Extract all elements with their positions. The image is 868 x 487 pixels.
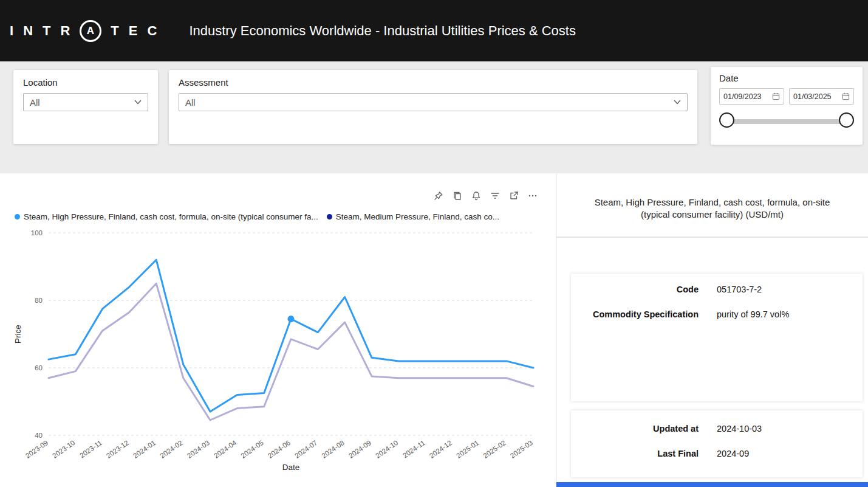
logo-letter: C — [148, 23, 158, 39]
commodity-info-card: Code 051703-7-2 Commodity Specification … — [571, 274, 863, 401]
legend-label: Steam, Medium Pressure, Finland, cash co… — [336, 212, 499, 221]
price-line-chart[interactable]: 4060801002023-092023-102023-112023-12202… — [0, 227, 542, 483]
slider-handle-end[interactable] — [839, 112, 854, 128]
slider-track[interactable] — [726, 119, 847, 124]
details-title: Steam, High Pressure, Finland, cash cost… — [556, 173, 868, 221]
svg-text:2024-08: 2024-08 — [320, 439, 345, 460]
intratec-logo: I N T R A T E C — [10, 20, 157, 42]
logo-letter: R — [60, 23, 70, 39]
last-final-value: 2024-09 — [717, 449, 863, 458]
filter-icon[interactable] — [490, 190, 501, 201]
updated-at-value: 2024-10-03 — [717, 424, 863, 433]
legend-dot — [15, 214, 20, 219]
svg-text:2024-10: 2024-10 — [374, 439, 399, 460]
svg-text:2024-02: 2024-02 — [159, 439, 183, 460]
legend-dot — [327, 214, 332, 219]
specification-value: purity of 99.7 vol% — [717, 309, 863, 319]
date-start-value: 01/09/2023 — [723, 92, 762, 101]
svg-text:2024-06: 2024-06 — [267, 439, 292, 460]
update-row-last-final: Last Final 2024-09 — [571, 449, 863, 458]
assessment-filter-label: Assessment — [169, 70, 697, 93]
svg-text:2025-03: 2025-03 — [509, 439, 534, 460]
legend-label: Steam, High Pressure, Finland, cash cost… — [24, 212, 318, 221]
svg-text:2023-11: 2023-11 — [78, 439, 103, 460]
calendar-icon — [772, 92, 780, 100]
chevron-down-icon — [674, 100, 681, 105]
details-panel: Steam, High Pressure, Finland, cash cost… — [556, 173, 868, 487]
logo-ring: A — [80, 20, 101, 42]
svg-text:2024-07: 2024-07 — [293, 439, 318, 460]
logo-letter: A — [87, 25, 95, 37]
svg-text:2025-01: 2025-01 — [455, 439, 480, 460]
logo-letter: T — [43, 23, 51, 39]
svg-text:Price: Price — [13, 325, 22, 344]
updated-at-label: Updated at — [571, 424, 699, 433]
details-divider — [556, 237, 868, 238]
update-info-card: Updated at 2024-10-03 Last Final 2024-09 — [571, 410, 863, 477]
svg-text:80: 80 — [35, 297, 43, 304]
svg-text:2024-09: 2024-09 — [347, 439, 372, 460]
location-dropdown[interactable]: All — [23, 93, 148, 111]
date-start-input[interactable]: 01/09/2023 — [719, 88, 784, 105]
svg-text:2024-11: 2024-11 — [402, 439, 426, 460]
legend-item[interactable]: Steam, High Pressure, Finland, cash cost… — [15, 212, 318, 221]
date-filter-label: Date — [711, 67, 863, 88]
alert-icon[interactable] — [471, 190, 482, 201]
svg-text:Date: Date — [282, 463, 300, 472]
svg-text:2024-04: 2024-04 — [213, 438, 238, 459]
code-value: 051703-7-2 — [717, 285, 863, 294]
specification-label: Commodity Specification — [571, 309, 699, 319]
location-dropdown-value: All — [30, 97, 40, 108]
bottom-accent-bar — [556, 482, 868, 487]
focus-mode-icon[interactable] — [508, 190, 519, 201]
info-row-specification: Commodity Specification purity of 99.7 v… — [571, 309, 863, 319]
visual-toolbar — [433, 190, 538, 201]
chart-legend: Steam, High Pressure, Finland, cash cost… — [15, 212, 499, 221]
logo-letter: E — [129, 23, 138, 39]
svg-text:40: 40 — [35, 432, 43, 439]
calendar-icon — [842, 92, 850, 100]
logo-letter: I — [10, 23, 14, 39]
logo-letter: T — [111, 23, 119, 39]
date-range-slider — [719, 109, 854, 135]
info-row-code: Code 051703-7-2 — [571, 285, 863, 294]
assessment-dropdown-value: All — [185, 97, 196, 108]
svg-text:2024-01: 2024-01 — [132, 439, 157, 460]
assessment-filter-card: Assessment All — [169, 70, 697, 144]
svg-text:100: 100 — [31, 229, 43, 237]
date-end-value: 01/03/2025 — [793, 92, 832, 101]
svg-text:2024-05: 2024-05 — [239, 439, 264, 460]
chart-visual: Steam, High Pressure, Finland, cash cost… — [0, 173, 542, 487]
svg-text:2024-03: 2024-03 — [186, 439, 211, 460]
date-filter-card: Date 01/09/2023 01/03/2025 — [711, 67, 863, 145]
svg-text:60: 60 — [35, 364, 43, 371]
main-content: Steam, High Pressure, Finland, cash cost… — [0, 173, 868, 487]
legend-item[interactable]: Steam, Medium Pressure, Finland, cash co… — [327, 212, 499, 221]
more-options-icon[interactable] — [527, 190, 538, 201]
svg-text:2023-12: 2023-12 — [105, 439, 130, 460]
slider-handle-start[interactable] — [719, 112, 734, 128]
code-label: Code — [571, 285, 699, 294]
filter-strip: Location All Assessment All Date 01/09/2… — [0, 61, 868, 173]
svg-text:2025-02: 2025-02 — [482, 439, 507, 460]
pin-icon[interactable] — [433, 190, 444, 201]
app-header: I N T R A T E C Industry Economics World… — [0, 0, 868, 61]
logo-letter: N — [23, 23, 33, 39]
page-title: Industry Economics Worldwide - Industria… — [189, 23, 576, 39]
svg-text:2024-12: 2024-12 — [428, 439, 453, 460]
chevron-down-icon — [134, 100, 142, 105]
svg-text:2023-09: 2023-09 — [24, 439, 49, 460]
update-row-updated-at: Updated at 2024-10-03 — [571, 424, 863, 433]
date-end-input[interactable]: 01/03/2025 — [789, 88, 854, 105]
location-filter-card: Location All — [13, 70, 158, 144]
assessment-dropdown[interactable]: All — [179, 93, 688, 111]
svg-text:2023-10: 2023-10 — [51, 439, 76, 460]
location-filter-label: Location — [13, 70, 158, 93]
copy-icon[interactable] — [452, 190, 463, 201]
last-final-label: Last Final — [571, 449, 699, 458]
